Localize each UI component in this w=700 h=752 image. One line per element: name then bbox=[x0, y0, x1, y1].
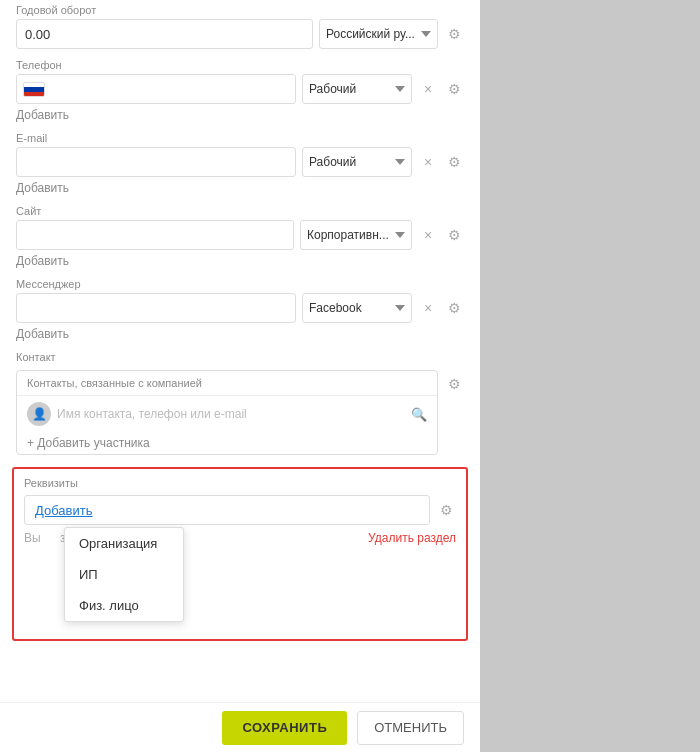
save-button[interactable]: СОХРАНИТЬ bbox=[222, 711, 347, 745]
contact-placeholder: Имя контакта, телефон или e-mail bbox=[57, 407, 405, 421]
email-input[interactable] bbox=[16, 147, 296, 177]
site-add-link[interactable]: Добавить bbox=[16, 254, 464, 268]
contact-label: Контакт bbox=[16, 351, 464, 363]
messenger-close-icon[interactable]: × bbox=[418, 298, 438, 318]
phone-type-select[interactable]: Рабочий Мобильный Домашний bbox=[302, 74, 412, 104]
contact-section-header: Контакты, связанные с компанией bbox=[17, 371, 437, 396]
annual-label: Годовой оборот bbox=[16, 4, 464, 16]
site-close-icon[interactable]: × bbox=[418, 225, 438, 245]
person-icon: 👤 bbox=[32, 407, 47, 421]
contact-gear-icon[interactable]: ⚙ bbox=[444, 374, 464, 394]
bottom-bar: СОХРАНИТЬ ОТМЕНИТЬ bbox=[0, 702, 480, 752]
rekvizity-bottom-left: Вы bbox=[24, 531, 54, 545]
contact-section: Контакты, связанные с компанией 👤 Имя ко… bbox=[16, 370, 438, 455]
currency-select[interactable]: Российский ру... USD EUR bbox=[319, 19, 438, 49]
dropdown-item-phys[interactable]: Физ. лицо bbox=[65, 590, 183, 621]
phone-input-wrapper bbox=[16, 74, 296, 104]
phone-close-icon[interactable]: × bbox=[418, 79, 438, 99]
email-gear-icon[interactable]: ⚙ bbox=[444, 152, 464, 172]
dropdown-item-org[interactable]: Организация bbox=[65, 528, 183, 559]
messenger-gear-icon[interactable]: ⚙ bbox=[444, 298, 464, 318]
site-gear-icon[interactable]: ⚙ bbox=[444, 225, 464, 245]
messenger-add-link[interactable]: Добавить bbox=[16, 327, 464, 341]
annual-input[interactable] bbox=[16, 19, 313, 49]
cancel-button[interactable]: ОТМЕНИТЬ bbox=[357, 711, 464, 745]
email-close-icon[interactable]: × bbox=[418, 152, 438, 172]
rekvizity-dropdown-menu: Организация ИП Физ. лицо bbox=[64, 527, 184, 622]
rekvizity-add-link[interactable]: Добавить bbox=[24, 495, 430, 525]
site-type-select[interactable]: Корпоративн... Личный bbox=[300, 220, 412, 250]
site-input[interactable] bbox=[16, 220, 294, 250]
email-label: E-mail bbox=[16, 132, 464, 144]
rekvizity-delete-link[interactable]: Удалить раздел bbox=[368, 531, 456, 545]
rekvizity-section: Реквизиты Добавить ⚙ Вы здать поле Удали… bbox=[12, 467, 468, 641]
messenger-input[interactable] bbox=[16, 293, 296, 323]
right-panel bbox=[480, 0, 700, 752]
phone-add-link[interactable]: Добавить bbox=[16, 108, 464, 122]
messenger-label: Мессенджер bbox=[16, 278, 464, 290]
add-member-link[interactable]: + Добавить участника bbox=[17, 432, 437, 454]
phone-label: Телефон bbox=[16, 59, 464, 71]
contact-search-icon[interactable]: 🔍 bbox=[411, 407, 427, 422]
site-label: Сайт bbox=[16, 205, 464, 217]
dropdown-item-ip[interactable]: ИП bbox=[65, 559, 183, 590]
messenger-type-select[interactable]: Facebook WhatsApp Telegram Viber bbox=[302, 293, 412, 323]
phone-input[interactable] bbox=[49, 76, 289, 102]
phone-gear-icon[interactable]: ⚙ bbox=[444, 79, 464, 99]
rekvizity-gear-icon[interactable]: ⚙ bbox=[436, 500, 456, 520]
email-add-link[interactable]: Добавить bbox=[16, 181, 464, 195]
rekvizity-label: Реквизиты bbox=[24, 477, 456, 489]
annual-gear-icon[interactable]: ⚙ bbox=[444, 24, 464, 44]
flag-icon bbox=[23, 82, 45, 97]
email-type-select[interactable]: Рабочий Личный bbox=[302, 147, 412, 177]
contact-avatar: 👤 bbox=[27, 402, 51, 426]
